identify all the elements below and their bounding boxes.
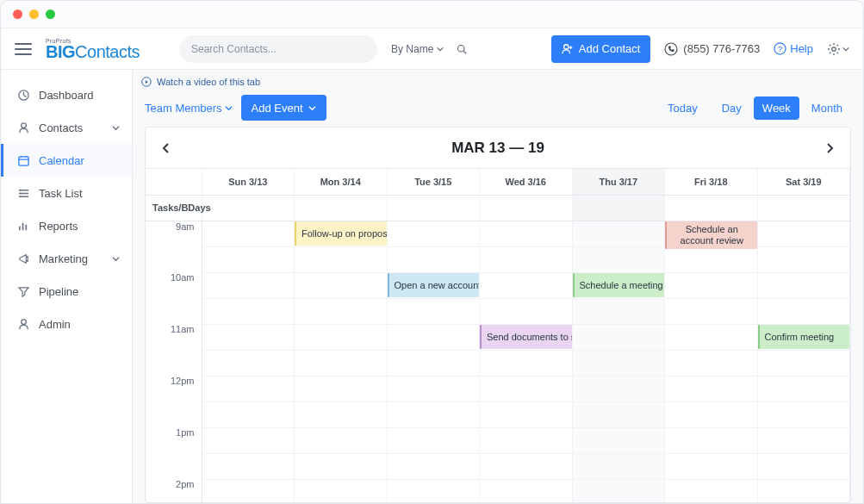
time-slot[interactable]: [387, 350, 480, 376]
time-slot[interactable]: [572, 350, 665, 376]
settings-menu[interactable]: [827, 42, 849, 56]
add-event-button[interactable]: Add Event: [241, 95, 326, 121]
time-slot[interactable]: Open a new account: [387, 272, 480, 298]
time-slot[interactable]: [665, 376, 758, 401]
time-slot[interactable]: [480, 376, 573, 401]
window-close-dot[interactable]: [13, 9, 22, 19]
time-slot[interactable]: [665, 246, 758, 272]
time-slot[interactable]: [387, 453, 480, 479]
tasks-cell[interactable]: [757, 195, 850, 221]
time-slot[interactable]: [387, 479, 480, 502]
time-slot[interactable]: [295, 453, 388, 479]
time-slot[interactable]: [480, 298, 573, 324]
time-slot[interactable]: [572, 221, 665, 246]
sidebar-item-marketing[interactable]: Marketing: [1, 242, 132, 275]
tasks-cell[interactable]: [480, 195, 573, 221]
time-slot[interactable]: [572, 401, 665, 427]
support-phone[interactable]: (855) 776-7763: [664, 42, 760, 56]
tasks-cell[interactable]: [572, 195, 665, 221]
time-slot[interactable]: [757, 427, 850, 453]
time-slot[interactable]: [202, 376, 295, 401]
time-slot[interactable]: [572, 427, 665, 453]
time-slot[interactable]: [387, 298, 480, 324]
time-slot[interactable]: [202, 479, 295, 502]
time-slot[interactable]: [202, 350, 295, 376]
time-slot[interactable]: [665, 427, 758, 453]
sidebar-item-contacts[interactable]: Contacts: [1, 111, 132, 144]
time-slot[interactable]: [757, 298, 850, 324]
time-slot[interactable]: [665, 479, 758, 502]
time-slot[interactable]: [665, 453, 758, 479]
team-members-dropdown[interactable]: Team Members: [145, 102, 233, 115]
tasks-cell[interactable]: [202, 195, 295, 221]
today-button[interactable]: Today: [668, 102, 698, 115]
time-slot[interactable]: [387, 324, 480, 350]
search-field-wrap[interactable]: [179, 35, 377, 63]
time-slot[interactable]: [295, 298, 388, 324]
time-slot[interactable]: [480, 401, 573, 427]
calendar-event[interactable]: Schedule an account review: [665, 221, 757, 249]
tasks-cell[interactable]: [295, 195, 388, 221]
time-slot[interactable]: [295, 350, 388, 376]
time-slot[interactable]: [202, 272, 295, 298]
time-slot[interactable]: Schedule an account review: [665, 221, 758, 246]
window-min-dot[interactable]: [29, 9, 39, 19]
time-slot[interactable]: [295, 246, 388, 272]
time-slot[interactable]: [202, 298, 295, 324]
next-week-button[interactable]: [809, 128, 850, 168]
time-slot[interactable]: [387, 427, 480, 453]
time-slot[interactable]: [480, 246, 573, 272]
time-slot[interactable]: [757, 401, 850, 427]
calendar-event[interactable]: Schedule a meeting: [573, 273, 665, 297]
time-slot[interactable]: [480, 427, 573, 453]
time-slot[interactable]: Send documents to sign: [480, 324, 573, 350]
search-input[interactable]: [191, 43, 365, 55]
time-slot[interactable]: [480, 272, 573, 298]
time-slot[interactable]: [572, 324, 665, 350]
watch-video-link[interactable]: Watch a video of this tab: [133, 70, 863, 89]
time-slot[interactable]: [757, 376, 850, 401]
time-slot[interactable]: [295, 376, 388, 401]
calendar-event[interactable]: Follow-up on proposal: [295, 221, 387, 246]
brand-logo[interactable]: ProProfs BIGContacts: [46, 38, 140, 60]
search-filter-dropdown[interactable]: By Name: [391, 43, 467, 55]
time-slot[interactable]: [295, 427, 388, 453]
prev-week-button[interactable]: [146, 128, 187, 168]
time-slot[interactable]: [572, 376, 665, 401]
time-slot[interactable]: [202, 246, 295, 272]
time-slot[interactable]: [387, 246, 480, 272]
time-slot[interactable]: [480, 221, 573, 246]
time-slot[interactable]: [202, 453, 295, 479]
time-slot[interactable]: [387, 376, 480, 401]
sidebar-item-reports[interactable]: Reports: [1, 209, 132, 242]
time-slot[interactable]: [572, 479, 665, 502]
time-slot[interactable]: [665, 401, 758, 427]
time-slot[interactable]: [202, 221, 295, 246]
time-slot[interactable]: [480, 453, 573, 479]
tasks-cell[interactable]: [387, 195, 480, 221]
add-contact-button[interactable]: Add Contact: [551, 35, 651, 63]
tasks-cell[interactable]: [665, 195, 758, 221]
time-slot[interactable]: Confirm meeting: [757, 324, 850, 350]
time-slot[interactable]: [295, 401, 388, 427]
time-slot[interactable]: [480, 479, 573, 502]
sidebar-item-pipeline[interactable]: Pipeline: [1, 275, 132, 308]
time-slot[interactable]: [480, 350, 573, 376]
time-slot[interactable]: [757, 221, 850, 246]
time-slot[interactable]: [387, 221, 480, 246]
time-slot[interactable]: [295, 272, 388, 298]
time-slot[interactable]: [295, 479, 388, 502]
view-week[interactable]: Week: [754, 96, 799, 120]
time-slot[interactable]: [572, 298, 665, 324]
calendar-event[interactable]: Send documents to sign: [480, 325, 572, 349]
view-day[interactable]: Day: [713, 96, 750, 120]
search-icon[interactable]: [457, 44, 467, 54]
time-slot[interactable]: [387, 401, 480, 427]
sidebar-item-calendar[interactable]: Calendar: [1, 144, 132, 177]
time-slot[interactable]: [757, 479, 850, 502]
time-slot[interactable]: [202, 427, 295, 453]
time-slot[interactable]: [757, 246, 850, 272]
time-slot[interactable]: [757, 272, 850, 298]
help-link[interactable]: ? Help: [774, 42, 813, 55]
time-slot[interactable]: [572, 453, 665, 479]
